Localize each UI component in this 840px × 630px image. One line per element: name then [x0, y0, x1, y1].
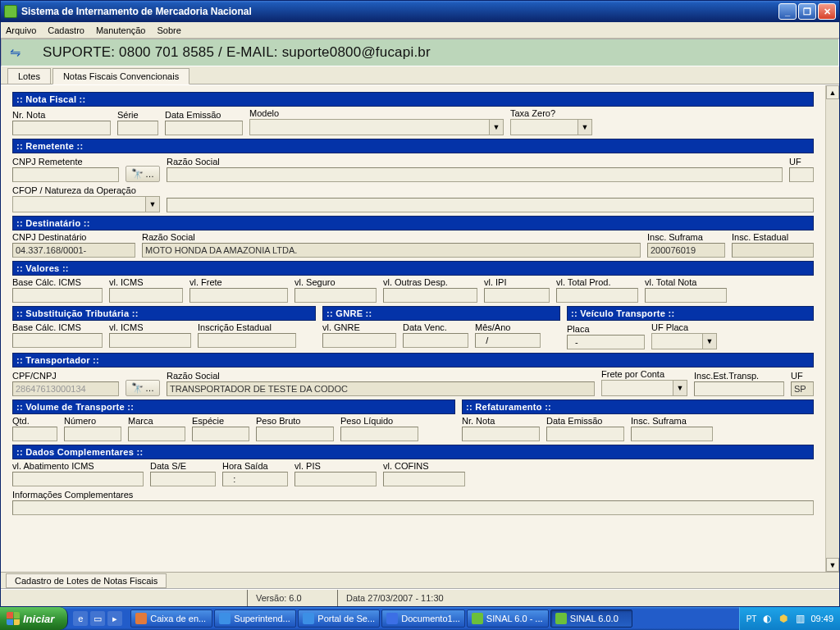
chevron-down-icon[interactable]: ▼: [578, 120, 591, 135]
input-refat-nr[interactable]: [462, 427, 540, 441]
section-transportador: :: Transportador ::: [12, 353, 814, 368]
input-vl-ipi[interactable]: [484, 288, 550, 303]
task-button[interactable]: SINAL 6.0.0: [550, 609, 632, 628]
section-refaturamento: :: Refaturamento ::: [462, 399, 814, 414]
input-uf-rem[interactable]: [789, 167, 814, 182]
input-nr-nota[interactable]: [12, 121, 111, 135]
section-nota-fiscal: :: Nota Fiscal ::: [12, 92, 814, 107]
input-refat-data[interactable]: [546, 427, 624, 441]
input-cfop-desc[interactable]: [167, 198, 814, 212]
chevron-down-icon[interactable]: ▼: [145, 197, 159, 212]
input-insc-est-transp[interactable]: [694, 381, 784, 396]
tray-shield-icon[interactable]: ⬢: [778, 613, 789, 624]
tray-network-icon[interactable]: ▥: [794, 613, 806, 624]
section-remetente: :: Remetente ::: [12, 139, 814, 153]
task-button[interactable]: Caixa de en...: [130, 609, 212, 628]
task-button[interactable]: Documento1...: [381, 609, 465, 628]
lbl-refat-suframa: Insc. Suframa: [631, 416, 713, 426]
taskbar: Iniciar e ▭ ▸ Caixa de en...Superintend.…: [0, 607, 840, 630]
lbl-refat-data: Data Emissão: [546, 416, 624, 426]
desktop-icon[interactable]: ▭: [90, 611, 105, 626]
section-veiculo: :: Veículo Transporte ::: [567, 306, 814, 321]
input-placa[interactable]: [567, 335, 645, 349]
input-info-comp[interactable]: [12, 500, 814, 515]
lbl-vl-outras: vl. Outras Desp.: [383, 277, 477, 287]
input-vl-seguro[interactable]: [294, 288, 377, 303]
combo-cfop[interactable]: ▼: [12, 196, 160, 212]
task-button[interactable]: SINAL 6.0 - ...: [467, 609, 549, 628]
lbl-info-comp: Informações Complementares: [12, 490, 814, 500]
lbl-razao-social-rem: Razão Social: [167, 157, 783, 167]
input-vl-pis[interactable]: [294, 472, 377, 486]
lbl-transp-razao: Razão Social: [167, 371, 595, 381]
windows-logo-icon: [7, 612, 20, 625]
close-button[interactable]: ✕: [818, 3, 836, 20]
vertical-scrollbar[interactable]: ▲ ▼: [825, 85, 839, 572]
menu-manutencao[interactable]: Manutenção: [96, 25, 146, 35]
task-app-icon: [472, 613, 483, 624]
binoculars-icon: 🔭: [131, 382, 144, 394]
task-app-icon: [386, 613, 398, 624]
tray-icon[interactable]: ◐: [761, 613, 773, 624]
input-numero[interactable]: [64, 427, 121, 441]
input-hora-saida[interactable]: [222, 472, 288, 486]
chevron-down-icon[interactable]: ▼: [702, 334, 716, 349]
tab-notas-fiscais[interactable]: Notas Fiscais Convencionais: [52, 68, 189, 84]
lang-indicator[interactable]: PT: [746, 614, 757, 623]
input-cnpj-remetente[interactable]: [12, 167, 119, 182]
input-st-vl-icms[interactable]: [109, 333, 191, 348]
chevron-down-icon[interactable]: ▼: [489, 120, 503, 135]
input-vl-gnre[interactable]: [322, 333, 396, 348]
input-vl-total-prod[interactable]: [556, 288, 638, 303]
tab-lotes[interactable]: Lotes: [7, 68, 51, 84]
search-remetente-button[interactable]: 🔭…: [126, 166, 160, 182]
chevron-down-icon[interactable]: ▼: [673, 381, 687, 395]
lbl-serie: Série: [117, 110, 158, 120]
input-vl-abat[interactable]: [12, 472, 144, 486]
input-mes-ano[interactable]: [475, 333, 541, 348]
input-st-insc-est[interactable]: [198, 333, 296, 348]
ie-icon[interactable]: e: [73, 611, 88, 626]
scroll-down-icon[interactable]: ▼: [826, 558, 839, 572]
input-qtd[interactable]: [12, 427, 57, 441]
menu-arquivo[interactable]: Arquivo: [6, 25, 36, 35]
input-serie[interactable]: [117, 121, 158, 135]
input-vl-cofins[interactable]: [383, 472, 465, 486]
lbl-vl-total-prod: vl. Total Prod.: [556, 277, 638, 287]
task-app-icon: [219, 613, 231, 624]
input-data-emissao[interactable]: [165, 121, 243, 135]
input-cnpj-dest: [12, 243, 135, 258]
task-button[interactable]: Superintend...: [214, 609, 296, 628]
input-st-base-icms[interactable]: [12, 333, 103, 348]
combo-uf-placa[interactable]: ▼: [651, 333, 717, 349]
menu-sobre[interactable]: Sobre: [157, 25, 180, 35]
menu-cadastro[interactable]: Cadastro: [48, 25, 84, 35]
media-icon[interactable]: ▸: [107, 611, 122, 626]
lbl-taxa-zero: Taxa Zero?: [510, 108, 592, 118]
maximize-button[interactable]: ❐: [798, 3, 816, 20]
lbl-razao-social-dest: Razão Social: [142, 232, 641, 242]
scroll-up-icon[interactable]: ▲: [826, 85, 839, 99]
search-transp-button[interactable]: 🔭…: [126, 380, 160, 396]
combo-modelo[interactable]: ▼: [249, 119, 504, 135]
start-button[interactable]: Iniciar: [0, 607, 68, 630]
input-data-venc[interactable]: [403, 333, 468, 348]
input-base-icms[interactable]: [12, 288, 103, 303]
input-especie[interactable]: [192, 427, 249, 441]
input-razao-social-rem[interactable]: [167, 167, 783, 182]
input-vl-frete[interactable]: [189, 288, 288, 303]
input-vl-total-nota[interactable]: [645, 288, 727, 303]
tab-cadastro-lotes[interactable]: Cadastro de Lotes de Notas Fiscais: [6, 573, 167, 588]
combo-taxa-zero[interactable]: ▼: [510, 119, 592, 135]
input-marca[interactable]: [128, 427, 185, 441]
minimize-button[interactable]: _: [778, 3, 797, 20]
input-peso-bruto[interactable]: [256, 427, 334, 441]
input-vl-icms[interactable]: [109, 288, 183, 303]
task-button[interactable]: Portal de Se...: [298, 609, 380, 628]
tabstrip: Lotes Notas Fiscais Convencionais: [1, 66, 839, 84]
input-refat-suframa[interactable]: [631, 427, 713, 441]
input-data-se[interactable]: [150, 472, 216, 486]
combo-frete-conta[interactable]: ▼: [601, 380, 687, 396]
input-peso-liquido[interactable]: [340, 427, 418, 441]
input-vl-outras[interactable]: [383, 288, 477, 303]
